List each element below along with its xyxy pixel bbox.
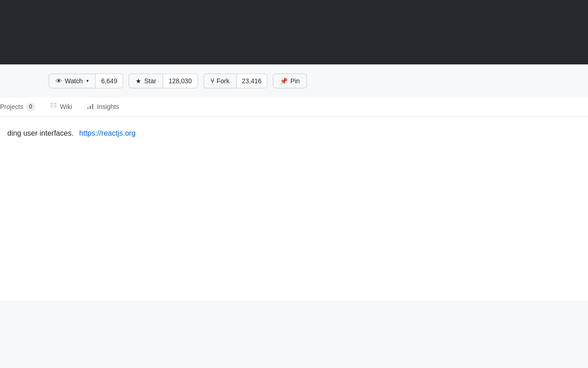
- star-icon: ★: [136, 76, 141, 86]
- eye-icon: 👁: [56, 76, 62, 86]
- star-label: Star: [144, 76, 156, 86]
- pin-icon: 📌: [280, 76, 288, 86]
- star-button[interactable]: ★ Star: [129, 74, 163, 88]
- fork-label: Fork: [217, 76, 230, 86]
- website-link[interactable]: https://reactjs.org: [79, 129, 136, 137]
- watch-label: Watch: [65, 76, 83, 86]
- projects-count: 0: [26, 102, 35, 111]
- projects-label: Projects: [0, 103, 23, 110]
- star-button-group: ★ Star 128,030: [129, 74, 198, 88]
- wiki-icon: [50, 103, 57, 111]
- watch-count[interactable]: 6,649: [96, 74, 123, 88]
- tab-projects[interactable]: Projects 0: [0, 98, 43, 117]
- fork-count[interactable]: 23,416: [237, 74, 268, 88]
- description-text: ding user interfaces. https://reactjs.or…: [7, 128, 581, 139]
- fork-button[interactable]: ⑂ Fork: [204, 74, 237, 88]
- wiki-label: Wiki: [60, 103, 72, 110]
- fork-button-group: ⑂ Fork 23,416: [204, 74, 268, 88]
- insights-label: Insights: [97, 103, 119, 110]
- pin-label: Pin: [290, 76, 300, 86]
- insights-icon: [87, 103, 94, 111]
- main-content: ding user interfaces. https://reactjs.or…: [0, 117, 588, 301]
- tab-wiki[interactable]: Wiki: [43, 98, 79, 117]
- chevron-down-icon: ▾: [86, 76, 89, 86]
- watch-button[interactable]: 👁 Watch ▾: [49, 74, 96, 88]
- description-partial: ding user interfaces.: [7, 129, 74, 137]
- nav-tabs: Projects 0 Wiki Insights: [0, 98, 588, 117]
- star-count[interactable]: 128,030: [163, 74, 198, 88]
- actions-row: 👁 Watch ▾ 6,649 ★ Star 128,030 ⑂ Fork 23…: [0, 64, 588, 98]
- tab-insights[interactable]: Insights: [79, 98, 126, 117]
- pin-button[interactable]: 📌 Pin: [273, 74, 306, 88]
- watch-button-group: 👁 Watch ▾ 6,649: [49, 74, 123, 88]
- fork-icon: ⑂: [210, 76, 214, 86]
- top-header: [0, 0, 588, 64]
